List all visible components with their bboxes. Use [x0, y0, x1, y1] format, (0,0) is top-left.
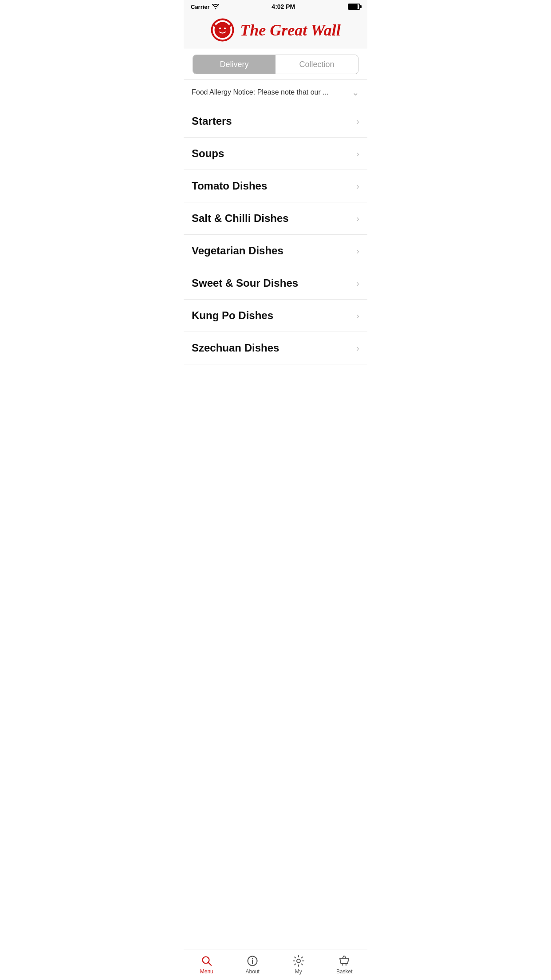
delivery-tab[interactable]: Delivery: [193, 55, 276, 74]
list-item[interactable]: Kung Po Dishes ›: [184, 300, 367, 332]
chevron-right-icon: ›: [356, 181, 359, 191]
menu-item-label: Vegetarian Dishes: [192, 245, 283, 257]
battery-icon: [348, 4, 360, 10]
svg-point-2: [215, 22, 231, 38]
list-item[interactable]: Sweet & Sour Dishes ›: [184, 267, 367, 300]
collection-tab[interactable]: Collection: [276, 55, 358, 74]
status-bar: Carrier 4:02 PM: [184, 0, 367, 13]
chevron-right-icon: ›: [356, 311, 359, 321]
content-area: Delivery Collection Food Allergy Notice:…: [184, 49, 367, 395]
app-header: The Great Wall: [184, 13, 367, 49]
svg-point-4: [224, 28, 226, 29]
menu-item-label: Szechuan Dishes: [192, 342, 279, 354]
allergy-notice[interactable]: Food Allergy Notice: Please note that ou…: [184, 79, 367, 105]
chevron-right-icon: ›: [356, 278, 359, 288]
toggle-wrapper: Delivery Collection: [193, 55, 358, 74]
chevron-right-icon: ›: [356, 116, 359, 126]
list-item[interactable]: Salt & Chilli Dishes ›: [184, 202, 367, 235]
menu-item-label: Starters: [192, 115, 232, 127]
menu-item-label: Salt & Chilli Dishes: [192, 212, 289, 225]
wifi-icon: [212, 4, 219, 9]
logo-icon: [210, 18, 235, 42]
chevron-right-icon: ›: [356, 149, 359, 159]
menu-item-label: Tomato Dishes: [192, 180, 267, 192]
list-item[interactable]: Szechuan Dishes ›: [184, 332, 367, 364]
menu-item-label: Soups: [192, 147, 224, 160]
logo-text: The Great Wall: [240, 21, 341, 40]
allergy-notice-text: Food Allergy Notice: Please note that ou…: [192, 88, 329, 96]
logo-container: The Great Wall: [210, 18, 341, 42]
list-item[interactable]: Vegetarian Dishes ›: [184, 235, 367, 267]
menu-item-label: Kung Po Dishes: [192, 309, 273, 322]
menu-item-label: Sweet & Sour Dishes: [192, 277, 298, 289]
menu-list: Starters › Soups › Tomato Dishes › Salt …: [184, 105, 367, 364]
order-type-toggle: Delivery Collection: [184, 49, 367, 79]
status-time: 4:02 PM: [272, 3, 295, 10]
chevron-right-icon: ›: [356, 213, 359, 224]
chevron-right-icon: ›: [356, 343, 359, 353]
carrier-label: Carrier: [191, 4, 219, 10]
list-item[interactable]: Starters ›: [184, 105, 367, 138]
chevron-down-icon: ⌄: [352, 87, 359, 98]
list-item[interactable]: Tomato Dishes ›: [184, 170, 367, 202]
svg-point-3: [219, 28, 221, 29]
chevron-right-icon: ›: [356, 246, 359, 256]
list-item[interactable]: Soups ›: [184, 138, 367, 170]
